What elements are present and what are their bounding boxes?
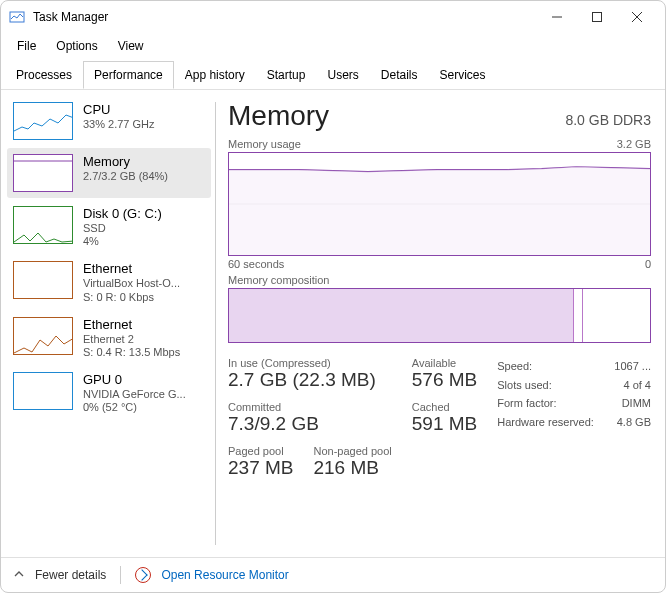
list-item-cpu[interactable]: CPU 33% 2.77 GHz [7, 96, 211, 146]
page-title: Memory [228, 100, 329, 132]
committed-label: Committed [228, 401, 392, 413]
hw-value: 4.8 GB [617, 413, 651, 432]
cached-value: 591 MB [412, 413, 477, 435]
list-item-sub2: S: 0 R: 0 Kbps [83, 291, 180, 303]
titlebar: Task Manager [1, 1, 665, 33]
paged-label: Paged pool [228, 445, 293, 457]
tab-startup[interactable]: Startup [256, 61, 317, 89]
nonpaged-value: 216 MB [313, 457, 391, 479]
list-item-sub: Ethernet 2 [83, 332, 180, 346]
eth1-thumb [13, 261, 73, 299]
memory-usage-chart[interactable] [228, 152, 651, 256]
memory-total: 8.0 GB DDR3 [565, 112, 651, 128]
list-item-ethernet-2[interactable]: Ethernet Ethernet 2 S: 0.4 R: 13.5 Mbps [7, 311, 211, 364]
slots-value: 4 of 4 [623, 376, 651, 395]
list-item-label: Disk 0 (G: C:) [83, 206, 162, 221]
slots-label: Slots used: [497, 376, 551, 395]
paged-value: 237 MB [228, 457, 293, 479]
chevron-up-icon[interactable] [13, 566, 25, 584]
list-item-sub: 33% 2.77 GHz [83, 117, 155, 131]
composition-standby [583, 289, 650, 342]
menu-file[interactable]: File [7, 35, 46, 57]
list-item-sub2: 4% [83, 235, 162, 247]
maximize-button[interactable] [577, 3, 617, 31]
list-item-label: Ethernet [83, 317, 180, 332]
hw-label: Hardware reserved: [497, 413, 594, 432]
minimize-button[interactable] [537, 3, 577, 31]
usage-chart-label: Memory usage [228, 138, 301, 150]
window-title: Task Manager [33, 10, 537, 24]
tab-performance[interactable]: Performance [83, 61, 174, 89]
eth2-thumb [13, 317, 73, 355]
footer-separator [120, 566, 121, 584]
app-icon [9, 9, 25, 25]
composition-modified [574, 289, 582, 342]
list-item-sub: SSD [83, 221, 162, 235]
available-value: 576 MB [412, 369, 477, 391]
available-label: Available [412, 357, 477, 369]
list-item-sub2: S: 0.4 R: 13.5 Mbps [83, 346, 180, 358]
memory-composition-chart[interactable] [228, 288, 651, 343]
speed-label: Speed: [497, 357, 532, 376]
composition-label: Memory composition [228, 274, 329, 286]
inuse-value: 2.7 GB (22.3 MB) [228, 369, 392, 391]
committed-value: 7.3/9.2 GB [228, 413, 392, 435]
nonpaged-label: Non-paged pool [313, 445, 391, 457]
tab-strip: Processes Performance App history Startu… [1, 61, 665, 90]
inuse-label: In use (Compressed) [228, 357, 392, 369]
menu-view[interactable]: View [108, 35, 154, 57]
tab-details[interactable]: Details [370, 61, 429, 89]
svg-marker-6 [229, 167, 650, 255]
disk-thumb [13, 206, 73, 244]
list-item-disk[interactable]: Disk 0 (G: C:) SSD 4% [7, 200, 211, 253]
resource-monitor-icon [135, 567, 151, 583]
svg-rect-0 [10, 12, 24, 22]
memory-thumb [13, 154, 73, 192]
list-item-sub: VirtualBox Host-O... [83, 276, 180, 290]
list-item-memory[interactable]: Memory 2.7/3.2 GB (84%) [7, 148, 211, 198]
form-label: Form factor: [497, 394, 556, 413]
menubar: File Options View [1, 33, 665, 59]
open-resource-monitor-link[interactable]: Open Resource Monitor [161, 568, 288, 582]
list-item-label: Ethernet [83, 261, 180, 276]
form-value: DIMM [622, 394, 651, 413]
tab-processes[interactable]: Processes [5, 61, 83, 89]
x-axis-left: 60 seconds [228, 258, 284, 270]
list-item-sub: 2.7/3.2 GB (84%) [83, 169, 168, 183]
list-item-sub: NVIDIA GeForce G... [83, 387, 186, 401]
cached-label: Cached [412, 401, 477, 413]
composition-in-use [229, 289, 574, 342]
tab-services[interactable]: Services [429, 61, 497, 89]
menu-options[interactable]: Options [46, 35, 107, 57]
list-item-label: CPU [83, 102, 155, 117]
x-axis-right: 0 [645, 258, 651, 270]
footer: Fewer details Open Resource Monitor [1, 557, 665, 592]
gpu-thumb [13, 372, 73, 410]
list-item-gpu[interactable]: GPU 0 NVIDIA GeForce G... 0% (52 °C) [7, 366, 211, 419]
speed-value: 1067 ... [614, 357, 651, 376]
cpu-thumb [13, 102, 73, 140]
usage-chart-max: 3.2 GB [617, 138, 651, 150]
detail-panel: Memory 8.0 GB DDR3 Memory usage 3.2 GB 6… [224, 90, 665, 557]
tab-app-history[interactable]: App history [174, 61, 256, 89]
list-item-label: GPU 0 [83, 372, 186, 387]
list-item-ethernet-1[interactable]: Ethernet VirtualBox Host-O... S: 0 R: 0 … [7, 255, 211, 308]
fewer-details-button[interactable]: Fewer details [35, 568, 106, 582]
content-area: CPU 33% 2.77 GHz Memory 2.7/3.2 GB (84%)… [1, 90, 665, 557]
close-button[interactable] [617, 3, 657, 31]
tab-users[interactable]: Users [316, 61, 369, 89]
vertical-divider [215, 102, 216, 545]
list-item-sub2: 0% (52 °C) [83, 401, 186, 413]
list-item-label: Memory [83, 154, 168, 169]
svg-rect-2 [593, 13, 602, 22]
resource-list: CPU 33% 2.77 GHz Memory 2.7/3.2 GB (84%)… [1, 90, 211, 557]
